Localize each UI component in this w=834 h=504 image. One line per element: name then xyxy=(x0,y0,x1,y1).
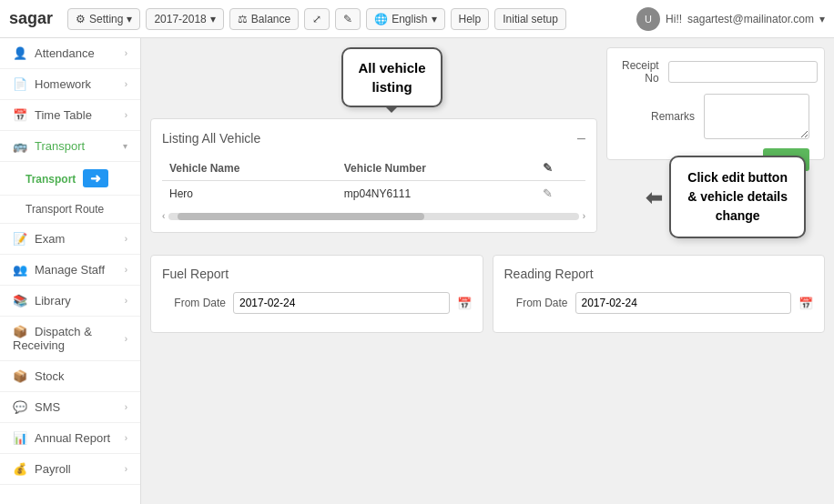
chevron-icon: › xyxy=(125,433,127,443)
chevron-icon: › xyxy=(125,110,127,120)
row-edit-button[interactable]: ✎ xyxy=(543,186,553,200)
initial-setup-button[interactable]: Initial setup xyxy=(494,8,566,30)
listing-title: Listing All Vehicle xyxy=(162,131,260,146)
sidebar-item-dispatch[interactable]: 📦Dispatch & Receiving › xyxy=(0,317,140,361)
scroll-right-arrow[interactable]: › xyxy=(583,211,585,221)
scroll-left-arrow[interactable]: ‹ xyxy=(162,211,165,221)
sidebar-item-exam[interactable]: 📝Exam › xyxy=(0,224,140,255)
year-button[interactable]: 2017-2018 ▾ xyxy=(146,8,223,30)
chevron-icon: › xyxy=(125,265,127,275)
col-actions: ✎ xyxy=(535,156,585,181)
scroll-track[interactable] xyxy=(168,213,578,220)
dispatch-icon: 📦 xyxy=(13,325,27,338)
tooltip-text: All vehiclelisting xyxy=(358,60,425,95)
arrow-left-indicator: ⬅ xyxy=(646,182,662,212)
stock-icon: 📦 xyxy=(13,369,27,383)
col-vehicle-name: Vehicle Name xyxy=(162,156,337,181)
fuel-report-card: Fuel Report From Date 📅 xyxy=(150,255,483,333)
chevron-icon: › xyxy=(125,234,127,244)
transport-icon: 🚌 xyxy=(13,139,27,153)
table-row: Hero mp04NY6111 ✎ xyxy=(162,181,585,207)
chevron-down-icon: ▾ xyxy=(127,13,132,25)
sidebar-item-timetable[interactable]: 📅Time Table › xyxy=(0,100,140,131)
edit-col-icon: ✎ xyxy=(543,161,553,175)
sidebar-item-transport[interactable]: 🚌Transport ▾ xyxy=(0,131,140,162)
receipt-input[interactable] xyxy=(668,61,818,83)
scroll-thumb xyxy=(178,213,423,220)
chevron-icon: › xyxy=(125,402,127,412)
reports-section: Fuel Report From Date 📅 Reading Report F… xyxy=(150,255,825,333)
remarks-row: Remarks xyxy=(622,94,809,139)
receipt-label: Receipt No xyxy=(622,59,659,85)
sidebar-item-annual-report[interactable]: 📊Annual Report › xyxy=(0,423,140,454)
remarks-textarea[interactable] xyxy=(704,94,809,139)
fuel-report-title: Fuel Report xyxy=(162,267,472,281)
all-vehicle-tooltip: All vehiclelisting xyxy=(341,47,442,107)
pencil-icon: ✎ xyxy=(343,13,352,25)
reading-calendar-icon[interactable]: 📅 xyxy=(798,297,813,310)
fuel-from-input[interactable] xyxy=(233,292,450,314)
english-button[interactable]: 🌐 English ▾ xyxy=(366,8,444,30)
staff-icon: 👥 xyxy=(13,263,27,277)
reading-from-date-row: From Date 📅 xyxy=(504,292,814,314)
reading-from-label: From Date xyxy=(504,297,568,309)
chevron-down-icon: ▾ xyxy=(432,13,437,25)
vehicle-name-cell: Hero xyxy=(162,181,337,207)
annual-report-icon: 📊 xyxy=(13,431,27,445)
sidebar-item-stock[interactable]: 📦Stock xyxy=(0,361,140,392)
main-content: All vehiclelisting Listing All Vehicle –… xyxy=(141,38,834,504)
exam-icon: 📝 xyxy=(13,232,27,246)
library-icon: 📚 xyxy=(13,294,27,307)
col-vehicle-number: Vehicle Number xyxy=(337,156,535,181)
sidebar-item-sms[interactable]: 💬SMS › xyxy=(0,392,140,423)
reading-report-title: Reading Report xyxy=(504,267,814,281)
navbar: sagar ⚙ Setting ▾ 2017-2018 ▾ ⚖ Balance … xyxy=(0,0,834,38)
balance-icon: ⚖ xyxy=(238,13,248,25)
globe-icon: 🌐 xyxy=(374,13,388,25)
pencil-button[interactable]: ✎ xyxy=(335,8,361,30)
callout-box: ⬅ Click edit button& vehicle detailschan… xyxy=(669,156,806,238)
expand-icon: ⤢ xyxy=(312,13,321,25)
balance-button[interactable]: ⚖ Balance xyxy=(229,8,299,30)
brand: sagar xyxy=(9,9,53,28)
chevron-down-icon: ▾ xyxy=(210,13,216,25)
user-info: U Hi!! sagartest@mailinator.com ▾ xyxy=(636,7,825,31)
chevron-icon: › xyxy=(125,464,127,474)
expand-button[interactable]: ⤢ xyxy=(304,8,330,30)
sidebar: 👤Attendance › 📄Homework › 📅Time Table › … xyxy=(0,38,141,504)
minimize-button[interactable]: – xyxy=(577,130,585,146)
sidebar-item-manage-staff[interactable]: 👥Manage Staff › xyxy=(0,255,140,286)
fuel-calendar-icon[interactable]: 📅 xyxy=(457,297,472,310)
chevron-down-icon: ▾ xyxy=(819,13,825,25)
sidebar-item-payroll[interactable]: 💰Payroll › xyxy=(0,454,140,485)
chevron-icon: › xyxy=(125,79,127,89)
chevron-icon: › xyxy=(125,48,127,58)
sidebar-item-homework[interactable]: 📄Homework › xyxy=(0,69,140,100)
user-greeting: Hi!! xyxy=(666,13,682,25)
avatar: U xyxy=(636,7,660,31)
vehicle-number-cell: mp04NY6111 xyxy=(337,181,535,207)
fuel-from-date-row: From Date 📅 xyxy=(162,292,472,314)
chevron-icon: › xyxy=(125,334,127,344)
receipt-row: Receipt No xyxy=(622,59,809,85)
sidebar-item-attendance[interactable]: 👤Attendance › xyxy=(0,38,140,69)
reading-from-input[interactable] xyxy=(575,292,792,314)
reading-report-card: Reading Report From Date 📅 xyxy=(493,255,826,333)
remarks-label: Remarks xyxy=(622,110,695,123)
homework-icon: 📄 xyxy=(13,77,27,91)
vehicle-table: Vehicle Name Vehicle Number ✎ Hero mp04N… xyxy=(162,156,585,206)
timetable-icon: 📅 xyxy=(13,108,27,122)
chevron-icon: ▾ xyxy=(123,141,127,151)
attendance-icon: 👤 xyxy=(13,46,27,60)
active-arrow: ➜ xyxy=(83,169,108,187)
payroll-icon: 💰 xyxy=(13,462,27,476)
sidebar-subitem-transport-route[interactable]: Transport Route xyxy=(0,196,140,224)
callout-text: Click edit button& vehicle detailschange xyxy=(687,170,788,223)
card-header: Listing All Vehicle – xyxy=(162,130,585,146)
setting-button[interactable]: ⚙ Setting ▾ xyxy=(67,8,140,30)
sidebar-subitem-transport[interactable]: Transport ➜ xyxy=(0,162,140,196)
sidebar-item-library[interactable]: 📚Library › xyxy=(0,286,140,317)
gear-icon: ⚙ xyxy=(76,13,86,25)
user-email: sagartest@mailinator.com xyxy=(687,13,814,25)
help-button[interactable]: Help xyxy=(451,8,490,30)
